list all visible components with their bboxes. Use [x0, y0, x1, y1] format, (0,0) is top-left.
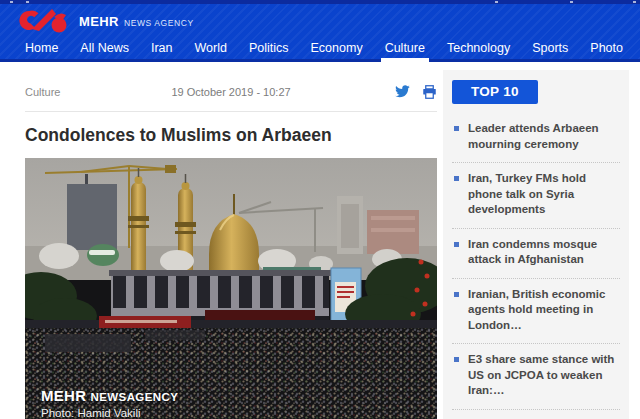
tiny-icon — [495, 1, 498, 3]
brand-subtitle: NEWS AGENCY — [124, 18, 194, 28]
top10-list: Leader attends Arbaeen mourning ceremony… — [452, 113, 620, 419]
top10-link[interactable]: Iran, Turkey FMs hold phone talk on Syri… — [468, 171, 618, 218]
square-bullet-icon — [454, 292, 459, 297]
tiny-icon — [10, 1, 13, 3]
main-nav: Home All News Iran World Politics Econom… — [0, 38, 640, 59]
top10-item[interactable]: Iran condemns mosque attack in Afghanist… — [452, 229, 620, 279]
article-title: Condolences to Muslims on Arbaeen — [25, 125, 437, 146]
shrine-photo-illustration — [25, 158, 437, 419]
top10-item[interactable]: E3 share same stance with US on JCPOA to… — [452, 344, 620, 410]
square-bullet-icon — [454, 242, 459, 247]
photo-watermark: MEHR NEWSAGENCY Photo: Hamid Vakili — [41, 387, 178, 419]
brand-name: MEHR — [79, 14, 119, 29]
top10-link[interactable]: Leader attends Arbaeen mourning ceremony — [468, 121, 618, 152]
brand-row: MEHRNEWS AGENCY — [0, 4, 640, 38]
square-bullet-icon — [454, 126, 459, 131]
top10-item[interactable]: Iranian, British economic agents hold me… — [452, 279, 620, 345]
article-column: Culture 19 October 2019 - 10:27 — [25, 62, 437, 419]
nav-item[interactable]: Economy — [300, 39, 374, 59]
nav-item[interactable]: Photo — [579, 39, 634, 59]
content: Culture 19 October 2019 - 10:27 — [0, 62, 640, 419]
top10-header: TOP 10 — [452, 80, 538, 104]
square-bullet-icon — [454, 357, 459, 362]
watermark-brand-rest: NEWSAGENCY — [91, 391, 179, 403]
nav-item[interactable]: Sports — [521, 39, 579, 59]
nav-item[interactable]: Technology — [436, 39, 521, 59]
print-icon[interactable] — [422, 85, 437, 99]
top10-sidebar: TOP 10 Leader attends Arbaeen mourning c… — [443, 70, 629, 419]
top10-item[interactable]: Leader attends Arbaeen mourning ceremony — [452, 113, 620, 163]
top10-item[interactable]: Arbaeen shows high level of security in … — [452, 410, 620, 419]
nav-item[interactable]: Culture — [374, 39, 436, 59]
top-edge-strip — [0, 0, 640, 4]
top10-link[interactable]: Iranian, British economic agents hold me… — [468, 287, 618, 334]
site-header: MEHRNEWS AGENCY Home All News Iran World… — [0, 4, 640, 62]
article-category[interactable]: Culture — [25, 86, 60, 98]
top10-link[interactable]: Iran condemns mosque attack in Afghanist… — [468, 237, 618, 268]
top10-item[interactable]: Iran, Turkey FMs hold phone talk on Syri… — [452, 163, 620, 229]
brand-text[interactable]: MEHRNEWS AGENCY — [79, 12, 194, 30]
nav-item[interactable]: Video — [634, 39, 640, 59]
tiny-icon — [26, 1, 29, 3]
watermark-brand: MEHR — [41, 387, 86, 404]
nav-item[interactable]: World — [184, 39, 238, 59]
article-meta-row: Culture 19 October 2019 - 10:27 — [25, 84, 437, 112]
nav-item[interactable]: All News — [69, 39, 140, 59]
article-datetime: 19 October 2019 - 10:27 — [25, 86, 437, 98]
mehr-logo-icon[interactable] — [16, 7, 70, 35]
nav-item[interactable]: Home — [14, 39, 69, 59]
twitter-share-icon[interactable] — [395, 85, 410, 98]
nav-item[interactable]: Politics — [238, 39, 300, 59]
tiny-icon — [633, 1, 636, 3]
square-bullet-icon — [454, 176, 459, 181]
tiny-icon — [570, 1, 573, 3]
page: MEHRNEWS AGENCY Home All News Iran World… — [0, 0, 640, 419]
nav-item[interactable]: Iran — [140, 39, 184, 59]
top10-link[interactable]: E3 share same stance with US on JCPOA to… — [468, 352, 618, 399]
article-photo[interactable]: MEHR NEWSAGENCY Photo: Hamid Vakili — [25, 158, 437, 419]
share-actions — [395, 85, 437, 99]
photo-credit: Photo: Hamid Vakili — [41, 407, 178, 419]
